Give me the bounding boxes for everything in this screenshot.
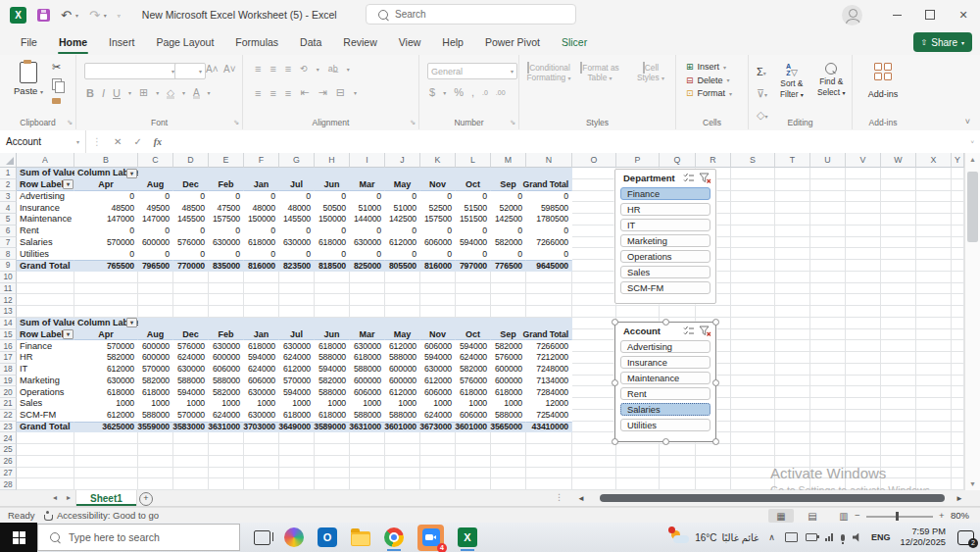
cell-I12[interactable] [350, 294, 385, 306]
cell-L27[interactable] [456, 468, 491, 479]
shrink-font-icon[interactable]: A˅ [223, 64, 236, 75]
cell-O19[interactable] [572, 376, 616, 387]
cell-W25[interactable] [881, 444, 916, 456]
cell-U11[interactable] [810, 283, 846, 295]
cell-H23[interactable]: 3589000 [315, 422, 350, 433]
cell-S27[interactable] [731, 468, 775, 479]
cell-U26[interactable] [810, 456, 846, 468]
col-header-E[interactable]: E [209, 153, 244, 168]
cell-L24[interactable] [456, 432, 491, 444]
row-header-4[interactable]: 4 [0, 202, 17, 214]
merge-center-icon[interactable]: ⊟ [336, 86, 345, 99]
cell-I10[interactable] [350, 272, 385, 283]
row-header-28[interactable]: 28 [0, 478, 17, 490]
multi-select-icon[interactable] [683, 326, 695, 336]
slicer-item-marketing[interactable]: Marketing [620, 234, 710, 247]
weather-widget[interactable]: 16°C غائم غالبًا [670, 529, 759, 545]
cell-A1[interactable]: Sum of Value [17, 168, 74, 179]
cell-G16[interactable]: 630000 [279, 340, 315, 352]
cell-N24[interactable] [526, 432, 572, 444]
cell-H12[interactable] [315, 294, 350, 306]
align-middle-icon[interactable]: ≡ [270, 63, 275, 75]
col-header-C[interactable]: C [138, 153, 173, 168]
cell-L25[interactable] [456, 444, 491, 456]
cell-H10[interactable] [315, 272, 350, 283]
cell-V9[interactable] [846, 260, 881, 272]
formula-bar-expand-icon[interactable]: ˅ [970, 139, 980, 145]
cell-T28[interactable] [775, 478, 810, 490]
font-name-combo[interactable]: ▾ [84, 63, 178, 79]
undo-icon[interactable]: ↶ [61, 9, 72, 22]
cell-I18[interactable]: 588000 [350, 364, 385, 376]
tab-help[interactable]: Help [431, 29, 474, 55]
cell-V18[interactable] [846, 364, 881, 376]
cell-Y20[interactable] [952, 386, 964, 398]
cell-W27[interactable] [881, 468, 916, 479]
cell-J8[interactable]: 0 [385, 248, 420, 260]
cell-H27[interactable] [315, 468, 350, 479]
cell-T24[interactable] [775, 432, 810, 444]
cell-I23[interactable]: 3631000 [350, 422, 385, 433]
cell-P28[interactable] [616, 478, 660, 490]
cell-D15[interactable]: Dec [173, 329, 209, 341]
cell-V13[interactable] [846, 306, 881, 318]
cell-V5[interactable] [846, 214, 881, 226]
cell-F3[interactable]: 0 [244, 191, 279, 203]
cell-M28[interactable] [491, 478, 526, 490]
cell-D24[interactable] [173, 432, 209, 444]
accounting-format-icon[interactable]: $ [429, 86, 435, 98]
cell-A9[interactable]: Grand Total [17, 260, 74, 272]
cell-U25[interactable] [810, 444, 846, 456]
cell-X25[interactable] [916, 444, 952, 456]
cell-N8[interactable]: 0 [526, 248, 572, 260]
cell-V12[interactable] [846, 294, 881, 306]
slicer-item-hr[interactable]: HR [620, 203, 710, 216]
cell-C26[interactable] [138, 456, 173, 468]
cell-F19[interactable]: 606000 [244, 376, 279, 387]
cell-Q27[interactable] [660, 468, 696, 479]
align-right-icon[interactable]: ≡ [285, 87, 291, 99]
cell-P13[interactable] [616, 306, 660, 318]
excel-taskbar-icon[interactable]: X [458, 527, 477, 547]
cell-V2[interactable] [846, 179, 881, 191]
cell-K11[interactable] [420, 283, 456, 295]
cell-M17[interactable]: 576000 [491, 352, 526, 364]
cell-A6[interactable]: Rent [17, 226, 74, 237]
cell-O27[interactable] [572, 468, 616, 479]
cell-X8[interactable] [916, 248, 952, 260]
cell-Y9[interactable] [952, 260, 964, 272]
cell-K24[interactable] [420, 432, 456, 444]
cell-F27[interactable] [244, 468, 279, 479]
cell-K28[interactable] [420, 478, 456, 490]
cell-B22[interactable]: 612000 [74, 410, 138, 422]
start-button[interactable] [0, 523, 37, 552]
cell-H22[interactable]: 618000 [315, 410, 350, 422]
cell-U5[interactable] [810, 214, 846, 226]
resize-handle[interactable] [612, 379, 618, 386]
cell-K27[interactable] [420, 468, 456, 479]
minimize-button[interactable] [880, 0, 913, 29]
number-format-combo[interactable]: General▾ [427, 63, 517, 79]
cell-A2[interactable]: Row Labels▾ [17, 179, 74, 191]
cell-F28[interactable] [244, 478, 279, 490]
cell-F9[interactable]: 816000 [244, 260, 279, 272]
cell-B4[interactable]: 48500 [74, 202, 138, 214]
cell-I8[interactable]: 0 [350, 248, 385, 260]
cell-O2[interactable] [572, 179, 616, 191]
tab-data[interactable]: Data [289, 29, 332, 55]
cell-A14[interactable]: Sum of Value [17, 318, 74, 329]
cell-N11[interactable] [526, 283, 572, 295]
cell-V1[interactable] [846, 168, 881, 179]
cell-B9[interactable]: 765500 [74, 260, 138, 272]
cell-O28[interactable] [572, 478, 616, 490]
cell-G5[interactable]: 145500 [279, 214, 315, 226]
cell-K26[interactable] [420, 456, 456, 468]
cell-M22[interactable]: 588000 [491, 410, 526, 422]
cell-M5[interactable]: 142500 [491, 214, 526, 226]
cell-L2[interactable]: Oct [456, 179, 491, 191]
cell-H25[interactable] [315, 444, 350, 456]
cell-D26[interactable] [173, 456, 209, 468]
cell-L20[interactable]: 618000 [456, 386, 491, 398]
cell-W24[interactable] [881, 432, 916, 444]
cell-C12[interactable] [138, 294, 173, 306]
